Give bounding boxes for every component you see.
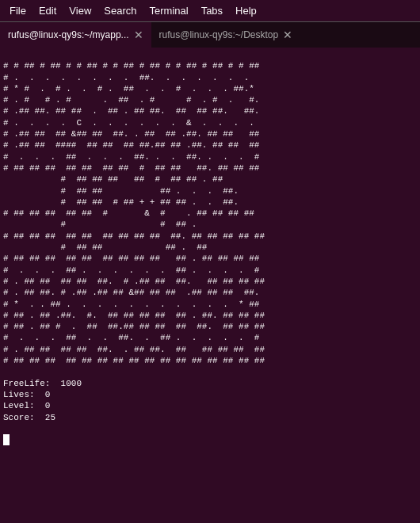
menu-terminal[interactable]: Terminal <box>143 3 195 18</box>
tab-1-label: rufus@linux-qy9s:~/myapp... <box>8 29 129 40</box>
menu-view[interactable]: View <box>63 3 97 18</box>
tab-bar: rufus@linux-qy9s:~/myapp... ✕ rufus@linu… <box>0 22 420 48</box>
menu-search[interactable]: Search <box>97 3 143 18</box>
terminal-lines: # # ## # ## # # ## # # ## # ## # # ## # … <box>3 61 265 422</box>
tab-2-label: rufus@linux-qy9s:~/Desktop <box>159 29 279 40</box>
menu-edit[interactable]: Edit <box>32 3 63 18</box>
menu-tabs[interactable]: Tabs <box>195 3 229 18</box>
menu-help[interactable]: Help <box>229 3 263 18</box>
tab-2[interactable]: rufus@linux-qy9s:~/Desktop ✕ <box>151 22 301 48</box>
tab-1-close[interactable]: ✕ <box>134 29 143 40</box>
tab-2-close[interactable]: ✕ <box>283 29 292 40</box>
tab-1[interactable]: rufus@linux-qy9s:~/myapp... ✕ <box>0 22 151 48</box>
terminal-output: # # ## # ## # # ## # # ## # ## # # ## # … <box>0 48 420 523</box>
menu-file[interactable]: File <box>3 3 32 18</box>
menu-bar: File Edit View Search Terminal Tabs Help <box>0 0 420 22</box>
terminal-cursor <box>3 434 10 445</box>
